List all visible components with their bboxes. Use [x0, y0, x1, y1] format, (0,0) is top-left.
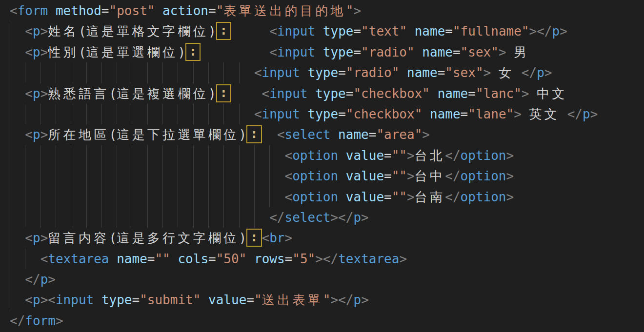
code-operator: = — [338, 65, 346, 80]
code-attribute-name: rows — [254, 252, 285, 266]
indent-guide — [132, 187, 132, 207]
code-tag-punctuation: > — [40, 231, 48, 245]
code-operator: = — [132, 293, 140, 307]
indent-guide — [178, 187, 178, 207]
code-whitespace — [10, 86, 25, 101]
indent-guide — [25, 249, 25, 269]
indent-guide — [147, 166, 148, 186]
indent-guide — [10, 21, 10, 41]
code-line[interactable]: <option value="">台中</option> — [10, 166, 644, 186]
code-line[interactable]: </p> — [10, 269, 644, 290]
code-whitespace — [422, 107, 430, 121]
code-string: "text" — [361, 24, 407, 39]
code-text: ( — [109, 231, 117, 245]
code-text: 性別 — [48, 42, 79, 62]
code-tag-punctuation: > — [315, 252, 323, 266]
code-text: ) — [208, 24, 216, 39]
code-line[interactable]: <p>留言内容(這是多行文字欄位):<br> — [10, 228, 644, 248]
code-string: "submit" — [140, 293, 201, 307]
indent-guide — [223, 187, 224, 207]
indent-guide — [71, 145, 71, 166]
code-line[interactable]: <input type="checkbox" name="lane"> 英文 <… — [10, 104, 644, 124]
code-operator: = — [461, 107, 468, 121]
code-line[interactable]: <p>性別(這是單選欄位): <input type="radio" name=… — [10, 42, 644, 62]
indent-guide — [147, 62, 148, 83]
code-string: " — [323, 293, 331, 307]
code-whitespace — [262, 127, 277, 142]
code-operator: = — [384, 169, 392, 183]
code-whitespace — [430, 86, 438, 101]
code-operator: = — [384, 190, 392, 204]
indent-guide — [86, 145, 87, 166]
code-tag-name: select — [285, 210, 331, 225]
code-line[interactable]: <input type="radio" name="sex"> 女 </p> — [10, 62, 644, 83]
code-attribute-name: type — [308, 65, 339, 80]
code-tag-punctuation: > — [529, 24, 537, 39]
code-line[interactable]: <p><input type="submit" value="送出表單"></p… — [10, 290, 644, 310]
code-tag-name: form — [18, 3, 48, 18]
code-whitespace — [231, 24, 269, 39]
code-tag-name: select — [285, 127, 331, 142]
code-line[interactable]: <textarea name="" cols="50" rows="5"></t… — [10, 249, 644, 269]
indent-guide — [208, 166, 209, 186]
code-tag-punctuation: > — [330, 210, 338, 225]
code-tag-punctuation: </ — [445, 148, 460, 163]
code-text — [491, 65, 499, 80]
indent-guide — [117, 207, 117, 228]
indent-guide — [254, 166, 255, 186]
indent-guide — [193, 166, 194, 186]
indent-guide — [117, 104, 117, 124]
code-attribute-name: cols — [178, 252, 208, 266]
code-tag-punctuation: </ — [338, 293, 353, 307]
indent-guide — [71, 104, 71, 124]
code-whitespace — [338, 190, 346, 204]
code-whitespace — [10, 231, 25, 245]
code-tag-punctuation: < — [254, 107, 262, 121]
code-text: ( — [109, 86, 117, 101]
code-tag-punctuation: < — [262, 231, 270, 245]
code-text: ) — [239, 127, 247, 142]
indent-guide — [101, 207, 102, 228]
code-tag-punctuation: > — [361, 210, 369, 225]
code-tag-name: p — [537, 65, 544, 80]
code-string: " — [254, 293, 262, 307]
indent-guide — [132, 207, 132, 228]
code-whitespace — [109, 252, 117, 266]
code-whitespace — [231, 86, 262, 101]
indent-guide — [101, 166, 102, 186]
code-tag-punctuation: < — [25, 231, 33, 245]
code-whitespace — [308, 86, 316, 101]
code-tag-punctuation: < — [25, 45, 33, 59]
code-tag-punctuation: > — [40, 24, 48, 39]
code-line[interactable]: <option value="">台南</option> — [10, 187, 644, 207]
code-whitespace — [201, 45, 269, 59]
code-line[interactable]: <option value="">台北</option> — [10, 145, 644, 166]
indent-guide — [25, 62, 25, 83]
code-string: "sex" — [461, 45, 499, 59]
indent-guide — [56, 187, 56, 207]
code-line[interactable]: <p>所在地區(這是下拉選單欄位): <select name="area"> — [10, 124, 644, 145]
code-whitespace — [10, 293, 25, 307]
code-line[interactable]: <p>姓名(這是單格文字欄位): <input type="text" name… — [10, 21, 644, 41]
code-editor[interactable]: <form method="post" action="表單送出的目的地"> <… — [0, 0, 644, 332]
code-tag-punctuation: > — [506, 190, 514, 204]
code-string: "checkbox" — [353, 86, 430, 101]
code-line[interactable]: </select></p> — [10, 207, 644, 228]
indent-guide — [254, 187, 255, 207]
indent-guide — [239, 166, 240, 186]
indent-guide — [101, 187, 102, 207]
code-line[interactable]: <p>熟悉語言(這是複選欄位): <input type="checkbox" … — [10, 83, 644, 104]
code-string: " — [346, 3, 354, 18]
code-attribute-name: value — [346, 148, 384, 163]
indent-guide — [10, 62, 10, 83]
code-tag-name: option — [461, 190, 506, 204]
code-line[interactable]: <form method="post" action="表單送出的目的地"> — [10, 0, 644, 21]
indent-guide — [223, 104, 224, 124]
indent-guide — [162, 187, 163, 207]
indent-guide — [208, 207, 209, 228]
code-text: 這是多行文字欄位 — [117, 228, 239, 248]
code-line[interactable]: </form> — [10, 311, 644, 331]
code-attribute-name: action — [162, 3, 208, 18]
unicode-highlight-colon: : — [246, 125, 262, 143]
code-tag-name: p — [353, 210, 361, 225]
